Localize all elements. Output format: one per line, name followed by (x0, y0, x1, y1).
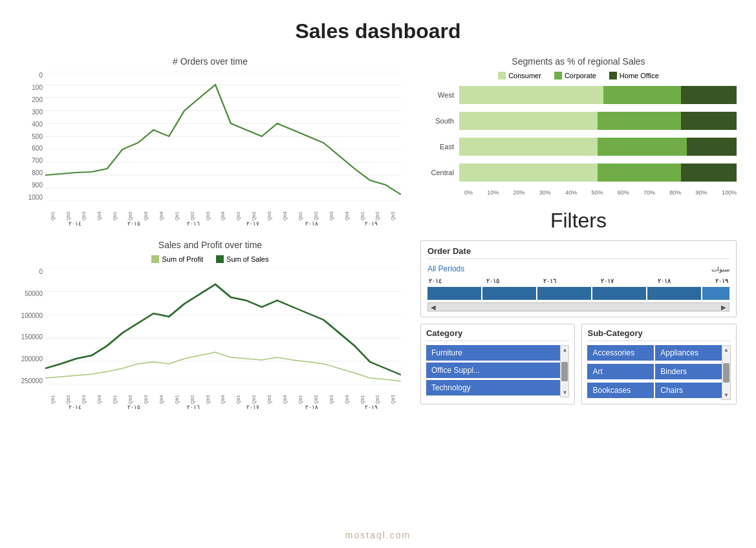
segments-chart-section: Segments as % of regional Sales Consumer… (420, 56, 737, 196)
sales-profit-chart-section: Sales and Profit over time Sum of Profit… (19, 240, 401, 410)
left-panel: # Orders over time 1000 900 800 700 600 … (19, 56, 414, 423)
segments-legend: Consumer Corporate Home Office (420, 72, 737, 79)
sales-profit-legend: Sum of Profit Sum of Sales (19, 255, 401, 263)
sub-cat-scroll-down[interactable]: ▼ (724, 392, 729, 398)
central-corporate (598, 163, 681, 182)
legend-consumer: Consumer (498, 72, 541, 79)
orders-chart-section: # Orders over time 1000 900 800 700 600 … (19, 56, 401, 227)
bar-west: West (420, 86, 737, 104)
legend-profit: Sum of Profit (151, 255, 203, 263)
sub-cat-art[interactable]: Art (587, 364, 654, 379)
scroll-left-arrow[interactable]: ◀ (428, 304, 438, 311)
filters-title: Filters (420, 209, 737, 233)
consumer-color (498, 72, 506, 79)
corporate-color (554, 72, 562, 79)
segments-bars: West South (420, 86, 737, 196)
sub-cat-binders[interactable]: Binders (655, 364, 722, 379)
bar-central: Central (420, 163, 737, 182)
category-filter: Category Furniture Office Suppl... Techn… (420, 324, 576, 405)
legend-sales: Sum of Sales (216, 255, 268, 263)
orders-plot (45, 72, 401, 201)
home-office-label: Home Office (620, 72, 659, 79)
sub-cat-scroll-thumb[interactable] (723, 363, 729, 383)
legend-home-office: Home Office (609, 72, 659, 79)
west-consumer (459, 86, 603, 104)
bar-south: South (420, 112, 737, 130)
central-consumer (459, 163, 598, 182)
sub-category-list: Accessories Appliances Art Binders Bookc… (587, 345, 722, 400)
south-consumer (459, 112, 598, 130)
sales-y-axis: 250000 200000 150000 100000 50000 0 (19, 268, 45, 385)
sub-cat-chairs[interactable]: Chairs (655, 383, 722, 398)
timeline-years: ٢٠١٩ ٢٠١٨ ٢٠١٧ ٢٠١٦ ٢٠١٥ ٢٠١٤ (427, 277, 729, 284)
sub-category-title: Sub-Category (587, 328, 731, 341)
profit-legend-color (151, 255, 159, 263)
timeline-bar-2015 (482, 287, 536, 300)
category-scrollbar[interactable]: ▲ ▼ (560, 345, 569, 397)
west-corporate (603, 86, 681, 104)
consumer-label: Consumer (508, 72, 541, 79)
east-homeoffice (687, 138, 737, 156)
sub-cat-accessories[interactable]: Accessories (587, 345, 654, 361)
watermark: mostaql.com (345, 530, 411, 540)
cat-filter-container: Category Furniture Office Suppl... Techn… (420, 324, 737, 405)
sub-category-scrollbar[interactable]: ▲ ▼ (722, 345, 731, 400)
sales-legend-color (216, 255, 224, 263)
category-title: Category (426, 328, 570, 341)
east-corporate (598, 138, 686, 156)
right-panel: Segments as % of regional Sales Consumer… (414, 56, 737, 423)
category-item-furniture[interactable]: Furniture (426, 345, 561, 361)
legend-corporate: Corporate (554, 72, 596, 79)
sub-category-list-wrapper: Accessories Appliances Art Binders Bookc… (587, 345, 731, 400)
bar-east: East (420, 138, 737, 156)
sub-cat-bookcases[interactable]: Bookcases (587, 383, 654, 398)
home-office-color (609, 72, 617, 79)
scroll-right-arrow[interactable]: ▶ (718, 304, 729, 311)
orders-y-axis: 1000 900 800 700 600 500 400 300 200 100… (19, 72, 45, 201)
timeline-bar-2014 (427, 287, 481, 300)
sub-cat-scroll-up[interactable]: ▲ (724, 347, 729, 353)
sales-plot (45, 268, 401, 385)
sub-category-filter: Sub-Category Accessories Appliances Art … (581, 324, 737, 405)
south-corporate (598, 112, 681, 130)
timeline-bar-2017 (592, 287, 646, 300)
period-selector: All Periods سنوات (427, 264, 729, 273)
category-item-technology[interactable]: Technology (426, 380, 561, 395)
orders-chart-title: # Orders over time (19, 56, 401, 67)
category-scroll-thumb[interactable] (561, 362, 568, 381)
category-list-wrapper: Furniture Office Suppl... Technology ▲ ▼ (426, 345, 570, 397)
central-homeoffice (681, 163, 737, 182)
order-date-title: Order Date (427, 246, 729, 259)
order-date-filter: Order Date All Periods سنوات ٢٠١٩ ٢٠١٨ ٢… (420, 240, 737, 317)
category-list: Furniture Office Suppl... Technology (426, 345, 561, 397)
west-homeoffice (681, 86, 737, 104)
corporate-label: Corporate (565, 72, 596, 79)
segments-title: Segments as % of regional Sales (420, 56, 737, 67)
category-item-office[interactable]: Office Suppl... (426, 363, 561, 378)
profit-legend-label: Sum of Profit (162, 255, 203, 263)
east-consumer (459, 138, 598, 156)
timeline-bar-2019 (702, 287, 729, 300)
timeline-bar-2016 (537, 287, 591, 300)
sales-profit-title: Sales and Profit over time (19, 240, 401, 250)
south-homeoffice (681, 112, 737, 130)
timeline-scrollbar[interactable]: ◀ ▶ (427, 302, 729, 311)
category-scroll-down[interactable]: ▼ (563, 390, 568, 395)
sales-legend-label: Sum of Sales (226, 255, 268, 263)
category-scroll-up[interactable]: ▲ (563, 347, 568, 353)
period-dropdown[interactable]: سنوات (711, 266, 729, 273)
timeline-bar-2018 (647, 287, 701, 300)
timeline-bars (427, 287, 729, 300)
sub-cat-appliances[interactable]: Appliances (655, 345, 722, 361)
page-title: Sales dashboard (0, 0, 756, 56)
segments-x-axis: 0% 10% 20% 30% 40% 50% 60% 70% 80% 90% 1… (420, 189, 737, 196)
period-value: All Periods (427, 264, 464, 273)
